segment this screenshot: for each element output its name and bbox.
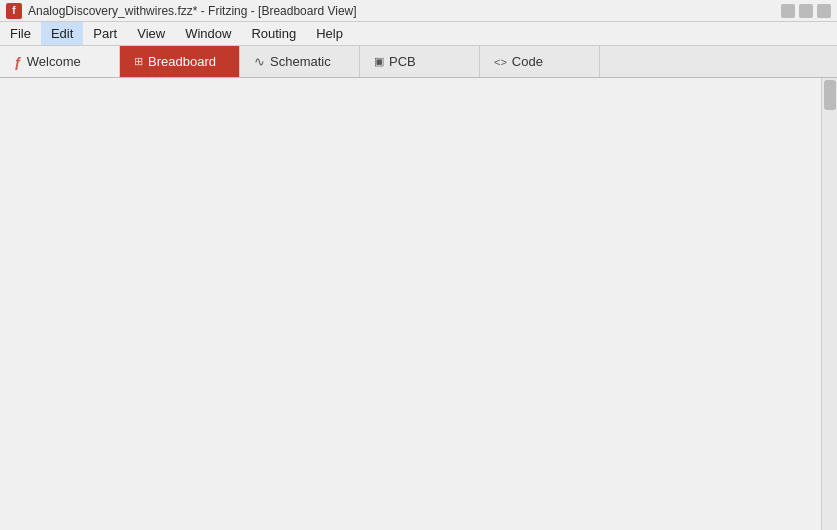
tab-code[interactable]: <> Code — [480, 46, 600, 77]
tab-breadboard-label: Breadboard — [148, 54, 216, 69]
tab-schematic-label: Schematic — [270, 54, 331, 69]
breadboard-icon: ⊞ — [134, 55, 143, 68]
menu-edit[interactable]: Edit — [41, 22, 83, 45]
pcb-icon: ▣ — [374, 55, 384, 68]
menu-bar: File Edit Part View Window Routing Help — [0, 22, 837, 46]
canvas-wrapper — [0, 78, 821, 530]
menu-view[interactable]: View — [127, 22, 175, 45]
tab-code-label: Code — [512, 54, 543, 69]
minimize-button[interactable] — [781, 4, 795, 18]
close-button[interactable] — [817, 4, 831, 18]
scrollbar-thumb[interactable] — [824, 80, 836, 110]
menu-window[interactable]: Window — [175, 22, 241, 45]
menu-routing[interactable]: Routing — [241, 22, 306, 45]
code-icon: <> — [494, 56, 507, 68]
tab-bar: ƒ Welcome ⊞ Breadboard ∿ Schematic ▣ PCB… — [0, 46, 837, 78]
app-icon: f — [6, 3, 22, 19]
main-area — [0, 78, 837, 530]
tab-schematic[interactable]: ∿ Schematic — [240, 46, 360, 77]
tab-welcome[interactable]: ƒ Welcome — [0, 46, 120, 77]
menu-help[interactable]: Help — [306, 22, 353, 45]
menu-part[interactable]: Part — [83, 22, 127, 45]
title-bar: f AnalogDiscovery_withwires.fzz* - Fritz… — [0, 0, 837, 22]
tab-pcb-label: PCB — [389, 54, 416, 69]
schematic-icon: ∿ — [254, 54, 265, 69]
tab-breadboard[interactable]: ⊞ Breadboard — [120, 46, 240, 77]
tab-pcb[interactable]: ▣ PCB — [360, 46, 480, 77]
vertical-scrollbar[interactable] — [821, 78, 837, 530]
maximize-button[interactable] — [799, 4, 813, 18]
welcome-icon: ƒ — [14, 54, 22, 70]
menu-file[interactable]: File — [0, 22, 41, 45]
window-controls — [781, 4, 831, 18]
tab-welcome-label: Welcome — [27, 54, 81, 69]
window-title: AnalogDiscovery_withwires.fzz* - Fritzin… — [28, 4, 781, 18]
